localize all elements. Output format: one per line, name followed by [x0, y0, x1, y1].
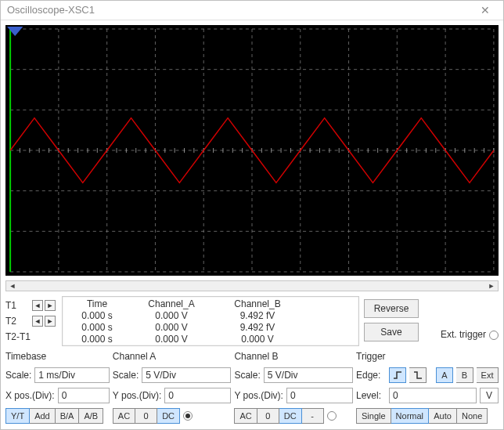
chb-scale-label: Scale:: [234, 370, 260, 381]
trigger-edge-falling-button[interactable]: [409, 367, 427, 383]
trigger-normal-button[interactable]: Normal: [391, 408, 429, 424]
t2-left-button[interactable]: ◄: [32, 316, 43, 327]
cha-scale-label: Scale:: [113, 370, 139, 381]
readout-header-time: Time: [66, 298, 128, 310]
chb-scale-input[interactable]: 5 V/Div: [264, 367, 353, 383]
channel-a-title: Channel A: [113, 351, 232, 362]
reverse-button[interactable]: Reverse: [364, 299, 419, 318]
cha-ac-button[interactable]: AC: [113, 408, 135, 424]
rising-edge-icon: [393, 370, 402, 380]
ext-trigger-indicator: [489, 331, 499, 340]
cha-scale-input[interactable]: 5 V/Div: [142, 367, 231, 383]
trigger-none-button[interactable]: None: [457, 408, 488, 424]
chb-enable-indicator[interactable]: [327, 411, 337, 421]
cursor-diff-label: T2-T1: [5, 331, 31, 342]
t2-right-button[interactable]: ►: [45, 316, 56, 327]
timebase-scale-input[interactable]: 1 ms/Div: [34, 367, 110, 383]
trigger-src-ext-button[interactable]: Ext: [477, 367, 499, 383]
scroll-left-icon[interactable]: ◄: [6, 281, 19, 291]
chb-zero-button[interactable]: 0: [257, 408, 279, 424]
timebase-xpos-label: X pos.(Div):: [5, 390, 55, 401]
trigger-src-a-button[interactable]: A: [436, 367, 453, 383]
channel-b-title: Channel B: [234, 351, 353, 362]
readout-cell: 0.000 s: [66, 310, 128, 322]
mode-ab-button[interactable]: A/B: [79, 408, 103, 424]
readout-cell: 0.000 V: [128, 334, 214, 345]
chb-ac-button[interactable]: AC: [234, 408, 257, 424]
cursor-t2-label: T2: [5, 316, 31, 327]
timebase-scale-label: Scale:: [5, 370, 31, 381]
timebase-title: Timebase: [5, 351, 110, 362]
cursor-controls: T1 ◄ ► T2 ◄ ► T2-T1: [5, 296, 57, 346]
mode-add-button[interactable]: Add: [30, 408, 56, 424]
channel-b-panel: Channel B Scale: 5 V/Div Y pos.(Div): 0 …: [234, 351, 353, 425]
chb-dc-button[interactable]: DC: [279, 408, 302, 424]
cha-zero-button[interactable]: 0: [135, 408, 157, 424]
readout-header-chb: Channel_B: [214, 298, 301, 310]
chb-ypos-input[interactable]: 0: [286, 388, 353, 403]
readout-cell: 0.000 V: [214, 334, 301, 345]
trigger-level-label: Level:: [356, 390, 386, 401]
readout-cell: 0.000 s: [66, 322, 128, 334]
readout-cell: 0.000 V: [128, 322, 214, 334]
cha-dc-button[interactable]: DC: [157, 408, 180, 424]
readout-cell: 9.492 fV: [214, 310, 301, 322]
channel-a-panel: Channel A Scale: 5 V/Div Y pos.(Div): 0 …: [113, 351, 232, 425]
falling-edge-icon: [413, 370, 423, 380]
readout-header-cha: Channel_A: [128, 298, 214, 310]
readout-table: Time Channel_A Channel_B 0.000 s 0.000 V…: [62, 296, 359, 346]
chb-invert-button[interactable]: -: [302, 408, 324, 424]
trigger-level-input[interactable]: 0: [389, 388, 477, 403]
cha-enable-indicator[interactable]: [183, 411, 193, 421]
readout-cell: 9.492 fV: [214, 322, 301, 334]
trigger-auto-button[interactable]: Auto: [429, 408, 457, 424]
readout-cell: 0.000 s: [66, 334, 128, 345]
trigger-level-unit: V: [480, 388, 499, 403]
trigger-edge-label: Edge:: [356, 370, 386, 381]
save-button[interactable]: Save: [364, 323, 419, 341]
mode-ba-button[interactable]: B/A: [56, 408, 80, 424]
trigger-panel: Trigger Edge: A B Ext Level: 0 V S: [356, 351, 499, 425]
cha-ypos-input[interactable]: 0: [164, 388, 231, 403]
mode-yt-button[interactable]: Y/T: [5, 408, 30, 424]
cursor-t1-label: T1: [5, 300, 31, 311]
t1-left-button[interactable]: ◄: [32, 300, 43, 311]
scroll-track[interactable]: [19, 281, 485, 291]
window-title: Oscilloscope-XSC1: [7, 4, 473, 16]
horizontal-scrollbar[interactable]: ◄ ►: [5, 280, 499, 291]
t1-right-button[interactable]: ►: [45, 300, 56, 311]
trigger-edge-rising-button[interactable]: [389, 367, 406, 383]
cha-ypos-label: Y pos.(Div):: [113, 390, 161, 401]
titlebar: Oscilloscope-XSC1 ✕: [1, 1, 503, 20]
ext-trigger-label: Ext. trigger: [441, 329, 486, 340]
timebase-panel: Timebase Scale: 1 ms/Div X pos.(Div): 0 …: [5, 351, 110, 425]
trigger-single-button[interactable]: Single: [356, 408, 391, 424]
scroll-right-icon[interactable]: ►: [485, 281, 498, 291]
close-icon[interactable]: ✕: [473, 4, 497, 16]
trigger-title: Trigger: [356, 351, 499, 362]
chb-ypos-label: Y pos.(Div):: [234, 390, 283, 401]
trigger-src-b-button[interactable]: B: [456, 367, 473, 383]
timebase-xpos-input[interactable]: 0: [58, 388, 110, 403]
readout-cell: 0.000 V: [128, 310, 214, 322]
oscilloscope-display[interactable]: [5, 25, 499, 276]
